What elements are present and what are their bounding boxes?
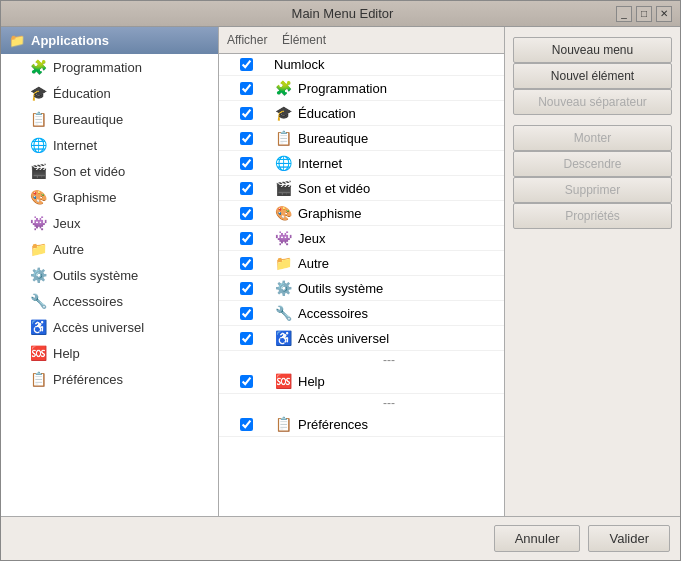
accessoires-icon: 🔧 — [29, 292, 47, 310]
middle-items-container: Numlock 🧩 Programmation 🎓 Éducation 📋 Bu… — [219, 54, 504, 437]
minimize-button[interactable]: _ — [616, 6, 632, 22]
checkbox-jeux2[interactable] — [240, 232, 253, 245]
window-controls[interactable]: _ □ ✕ — [616, 6, 672, 22]
left-item-internet[interactable]: 🌐Internet — [1, 132, 218, 158]
checkbox-graphisme2[interactable] — [240, 207, 253, 220]
left-item-bureautique[interactable]: 📋Bureautique — [1, 106, 218, 132]
checkbox-numlock[interactable] — [240, 58, 253, 71]
label-programmation2: Programmation — [298, 81, 387, 96]
jeux-icon: 👾 — [29, 214, 47, 232]
checkbox-autre2[interactable] — [240, 257, 253, 270]
checkbox-accessoires2[interactable] — [240, 307, 253, 320]
label-preferences2: Préférences — [298, 417, 368, 432]
label-help2: Help — [298, 374, 325, 389]
internet2-icon-mid: 🌐 — [274, 154, 292, 172]
close-button[interactable]: ✕ — [656, 6, 672, 22]
label-numlock: Numlock — [274, 57, 325, 72]
middle-item-numlock: Numlock — [219, 54, 504, 76]
valider-button[interactable]: Valider — [588, 525, 670, 552]
label-outils2: Outils système — [298, 281, 383, 296]
middle-item-acces2: ♿ Accès universel — [219, 326, 504, 351]
left-items-list: 🧩Programmation🎓Éducation📋Bureautique🌐Int… — [1, 54, 218, 392]
checkbox-preferences2[interactable] — [240, 418, 253, 431]
middle-item-graphisme2: 🎨 Graphisme — [219, 201, 504, 226]
maximize-button[interactable]: □ — [636, 6, 652, 22]
nouveau-menu-button[interactable]: Nouveau menu — [513, 37, 672, 63]
label-col-bureautique2: 📋 Bureautique — [274, 129, 504, 147]
left-item-son[interactable]: 🎬Son et vidéo — [1, 158, 218, 184]
son-label: Son et vidéo — [53, 164, 125, 179]
left-item-graphisme[interactable]: 🎨Graphisme — [1, 184, 218, 210]
annuler-button[interactable]: Annuler — [494, 525, 581, 552]
checkbox-programmation2[interactable] — [240, 82, 253, 95]
checkbox-education2[interactable] — [240, 107, 253, 120]
bureautique-icon: 📋 — [29, 110, 47, 128]
check-col-autre2[interactable] — [219, 257, 274, 270]
label-education2: Éducation — [298, 106, 356, 121]
checkbox-help2[interactable] — [240, 375, 253, 388]
checkbox-internet2[interactable] — [240, 157, 253, 170]
left-item-programmation[interactable]: 🧩Programmation — [1, 54, 218, 80]
checkbox-outils2[interactable] — [240, 282, 253, 295]
check-col-numlock[interactable] — [219, 58, 274, 71]
checkbox-bureautique2[interactable] — [240, 132, 253, 145]
middle-item-son2: 🎬 Son et vidéo — [219, 176, 504, 201]
son2-icon-mid: 🎬 — [274, 179, 292, 197]
programmation-label: Programmation — [53, 60, 142, 75]
nouvel-element-button[interactable]: Nouvel élément — [513, 63, 672, 89]
left-item-autre[interactable]: 📁Autre — [1, 236, 218, 262]
checkbox-acces2[interactable] — [240, 332, 253, 345]
action-buttons-container: Nouveau menuNouvel élémentNouveau sépara… — [513, 37, 672, 229]
programmation-icon: 🧩 — [29, 58, 47, 76]
check-col-internet2[interactable] — [219, 157, 274, 170]
left-item-education[interactable]: 🎓Éducation — [1, 80, 218, 106]
autre-icon: 📁 — [29, 240, 47, 258]
label-son2: Son et vidéo — [298, 181, 370, 196]
check-col-acces2[interactable] — [219, 332, 274, 345]
label-col-autre2: 📁 Autre — [274, 254, 504, 272]
acces-label: Accès universel — [53, 320, 144, 335]
left-item-accessoires[interactable]: 🔧Accessoires — [1, 288, 218, 314]
son-icon: 🎬 — [29, 162, 47, 180]
left-panel-header[interactable]: 📁 Applications — [1, 27, 218, 54]
label-col-programmation2: 🧩 Programmation — [274, 79, 504, 97]
left-item-outils[interactable]: ⚙️Outils système — [1, 262, 218, 288]
separator-row-sep1: --- — [219, 351, 504, 369]
check-col-programmation2[interactable] — [219, 82, 274, 95]
check-col-jeux2[interactable] — [219, 232, 274, 245]
label-col-graphisme2: 🎨 Graphisme — [274, 204, 504, 222]
left-item-help[interactable]: 🆘Help — [1, 340, 218, 366]
left-panel: 📁 Applications 🧩Programmation🎓Éducation📋… — [1, 27, 219, 516]
middle-item-help2: 🆘 Help — [219, 369, 504, 394]
main-window: Main Menu Editor _ □ ✕ 📁 Applications 🧩P… — [0, 0, 681, 561]
check-col-help2[interactable] — [219, 375, 274, 388]
check-col-son2[interactable] — [219, 182, 274, 195]
left-item-preferences[interactable]: 📋Préférences — [1, 366, 218, 392]
check-col-bureautique2[interactable] — [219, 132, 274, 145]
label-accessoires2: Accessoires — [298, 306, 368, 321]
check-col-graphisme2[interactable] — [219, 207, 274, 220]
left-item-acces[interactable]: ♿Accès universel — [1, 314, 218, 340]
check-col-education2[interactable] — [219, 107, 274, 120]
preferences-icon: 📋 — [29, 370, 47, 388]
middle-header: Afficher Élément — [219, 27, 504, 54]
folder-icon: 📁 — [9, 33, 25, 48]
label-graphisme2: Graphisme — [298, 206, 362, 221]
check-col-preferences2[interactable] — [219, 418, 274, 431]
titlebar: Main Menu Editor _ □ ✕ — [1, 1, 680, 27]
middle-item-accessoires2: 🔧 Accessoires — [219, 301, 504, 326]
check-col-accessoires2[interactable] — [219, 307, 274, 320]
middle-item-internet2: 🌐 Internet — [219, 151, 504, 176]
proprietes-button: Propriétés — [513, 203, 672, 229]
accessoires2-icon-mid: 🔧 — [274, 304, 292, 322]
separator-row-sep2: --- — [219, 394, 504, 412]
accessoires-label: Accessoires — [53, 294, 123, 309]
middle-item-autre2: 📁 Autre — [219, 251, 504, 276]
col-afficher-label: Afficher — [219, 31, 274, 49]
checkbox-son2[interactable] — [240, 182, 253, 195]
check-col-outils2[interactable] — [219, 282, 274, 295]
education-label: Éducation — [53, 86, 111, 101]
label-autre2: Autre — [298, 256, 329, 271]
graphisme-label: Graphisme — [53, 190, 117, 205]
left-item-jeux[interactable]: 👾Jeux — [1, 210, 218, 236]
